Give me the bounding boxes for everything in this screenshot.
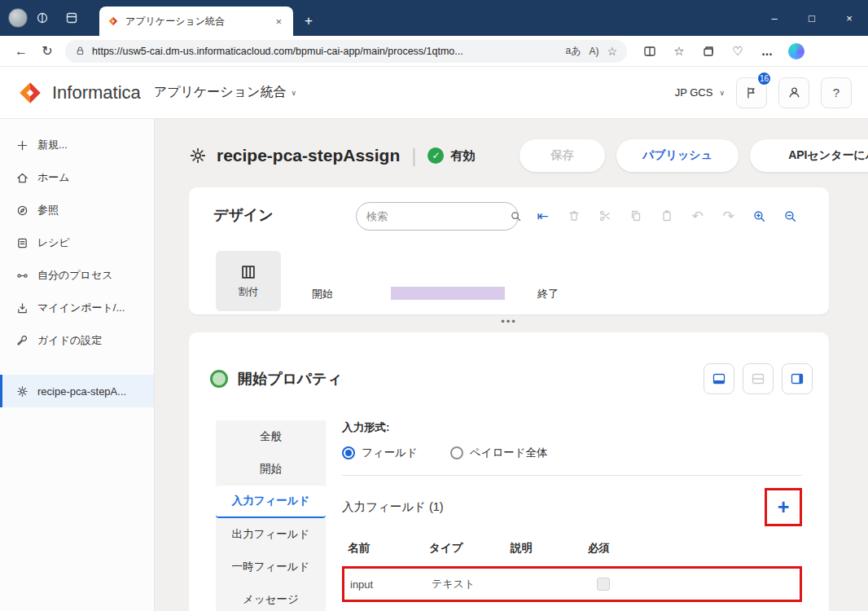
workspaces-icon[interactable] xyxy=(28,0,57,36)
address-bar[interactable]: aあ A) ☆ xyxy=(65,40,627,63)
save-button[interactable]: 保存 xyxy=(519,139,605,172)
status-label: 有効 xyxy=(450,148,475,164)
tab-start[interactable]: 開始 xyxy=(216,453,326,486)
sidebar-item-home[interactable]: ホーム xyxy=(0,161,154,194)
copy-button[interactable] xyxy=(622,202,649,230)
copilot-icon[interactable] xyxy=(783,39,809,64)
field-name-cell[interactable]: input xyxy=(350,578,432,591)
section-divider xyxy=(342,475,802,476)
radio-field[interactable]: フィールド xyxy=(342,446,418,460)
notification-badge: 16 xyxy=(756,71,772,86)
back-button[interactable]: ← xyxy=(8,39,34,64)
process-nodes-icon xyxy=(16,270,28,282)
tab-general[interactable]: 全般 xyxy=(216,420,326,453)
tab-close-icon[interactable]: × xyxy=(272,14,285,29)
dock-bottom-icon[interactable] xyxy=(704,363,734,394)
recipe-icon xyxy=(16,237,28,249)
collections-icon[interactable] xyxy=(695,39,721,64)
import-icon xyxy=(16,302,28,314)
tab-actions-icon[interactable] xyxy=(57,0,86,36)
lock-icon xyxy=(75,46,85,56)
sidebar-item-my-processes[interactable]: 自分のプロセス xyxy=(0,259,154,292)
informatica-logo-icon xyxy=(16,79,44,107)
required-checkbox[interactable] xyxy=(597,578,610,591)
help-button[interactable]: ? xyxy=(821,77,852,108)
annotation-row-highlight[interactable]: input テキスト xyxy=(342,566,802,602)
design-panel-title: デザイン xyxy=(213,205,274,225)
properties-header: 開始プロパティ xyxy=(189,332,829,394)
minimize-button[interactable]: – xyxy=(756,0,793,36)
radio-whole-payload[interactable]: ペイロード全体 xyxy=(450,446,548,460)
cut-button[interactable] xyxy=(591,202,618,230)
collapse-palette-button[interactable]: ⇤ xyxy=(529,202,556,230)
settings-menu-icon[interactable]: ... xyxy=(754,39,780,64)
close-button[interactable]: × xyxy=(831,0,868,36)
selected-connector[interactable] xyxy=(391,287,505,300)
tab-title: アプリケーション統合 xyxy=(125,15,272,29)
wrench-icon xyxy=(16,335,28,347)
tab-temp-fields[interactable]: 一時フィールド xyxy=(216,551,326,583)
sidebar-item-guide-settings[interactable]: ガイドの設定 xyxy=(0,324,154,357)
url-input[interactable] xyxy=(92,46,557,57)
zoom-in-button[interactable] xyxy=(746,202,773,230)
zoom-out-button[interactable] xyxy=(777,202,804,230)
plus-icon xyxy=(16,139,28,152)
account-button[interactable] xyxy=(778,77,809,108)
tab-output-fields[interactable]: 出力フィールド xyxy=(216,518,326,551)
palette-assign-node[interactable]: 割付 xyxy=(216,251,281,311)
delete-button[interactable] xyxy=(560,202,587,230)
browser-tab[interactable]: アプリケーション統合 × xyxy=(99,7,293,36)
annotation-add-highlight: + xyxy=(765,488,802,526)
panel-layout-buttons xyxy=(704,363,813,394)
notifications-button[interactable]: 16 xyxy=(736,77,767,108)
design-canvas[interactable]: 割付 開始 終了 xyxy=(189,251,829,314)
read-aloud-icon[interactable]: A) xyxy=(589,46,598,57)
sidebar-item-open-process[interactable]: recipe-pca-stepA... xyxy=(0,375,154,407)
tab-messages[interactable]: メッセージ xyxy=(216,583,326,611)
split-horizontal-icon[interactable] xyxy=(743,363,774,394)
sidebar-item-new[interactable]: 新規... xyxy=(0,129,154,161)
home-icon xyxy=(16,172,28,184)
properties-title: 開始プロパティ xyxy=(238,369,342,389)
valid-check-icon: ✓ xyxy=(427,147,444,164)
favorites-icon[interactable]: ☆ xyxy=(666,39,692,64)
chevron-down-icon: ∨ xyxy=(291,89,296,97)
sidebar-item-browse[interactable]: 参照 xyxy=(0,194,154,226)
tab-input-fields[interactable]: 入力フィールド xyxy=(216,486,326,518)
dock-right-icon[interactable] xyxy=(782,363,813,394)
user-menu[interactable]: JP GCS xyxy=(675,86,713,99)
redo-button[interactable]: ↷ xyxy=(715,202,742,230)
design-search[interactable] xyxy=(356,202,519,231)
field-type-cell[interactable]: テキスト xyxy=(432,577,513,591)
fields-table-header: 名前 タイプ 説明 必須 xyxy=(342,541,802,556)
add-field-button[interactable]: + xyxy=(778,497,790,517)
end-node-label[interactable]: 終了 xyxy=(537,287,559,301)
process-gear-icon xyxy=(16,385,28,398)
compass-icon xyxy=(16,204,28,217)
publish-button[interactable]: パブリッシュ xyxy=(616,139,739,172)
assign-icon xyxy=(239,263,257,281)
split-screen-icon[interactable] xyxy=(637,39,663,64)
browser-essentials-icon[interactable]: ♡ xyxy=(725,39,751,64)
brand-name: Informatica xyxy=(52,82,141,103)
main-content: recipe-pca-stepAssign | ✓ 有効 保存 パブリッシュ A… xyxy=(155,119,868,611)
sidebar-item-recipes[interactable]: レシピ xyxy=(0,226,154,259)
new-tab-button[interactable]: + xyxy=(305,13,313,29)
start-node-label[interactable]: 開始 xyxy=(312,287,333,301)
search-input[interactable] xyxy=(366,210,510,222)
translate-icon[interactable]: aあ xyxy=(565,44,581,58)
refresh-button[interactable]: ↻ xyxy=(34,39,60,64)
paste-button[interactable] xyxy=(653,202,680,230)
panel-resize-handle[interactable]: ••• xyxy=(189,316,829,329)
column-header-type: タイプ xyxy=(429,541,511,556)
maximize-button[interactable]: □ xyxy=(793,0,831,36)
undo-button[interactable]: ↶ xyxy=(684,202,711,230)
sidebar-item-my-imports[interactable]: マイインポート/... xyxy=(0,292,154,324)
browser-navbar: ← ↻ aあ A) ☆ ☆ ♡ ... xyxy=(0,36,868,67)
assign-node-label: 割付 xyxy=(239,285,258,299)
profile-avatar[interactable] xyxy=(8,8,28,28)
favorite-star-icon[interactable]: ☆ xyxy=(607,45,617,58)
publish-to-api-center-button[interactable]: APIセンターにパ... xyxy=(750,139,868,172)
column-header-name: 名前 xyxy=(348,541,429,556)
app-switcher[interactable]: アプリケーション統合 xyxy=(154,84,287,101)
